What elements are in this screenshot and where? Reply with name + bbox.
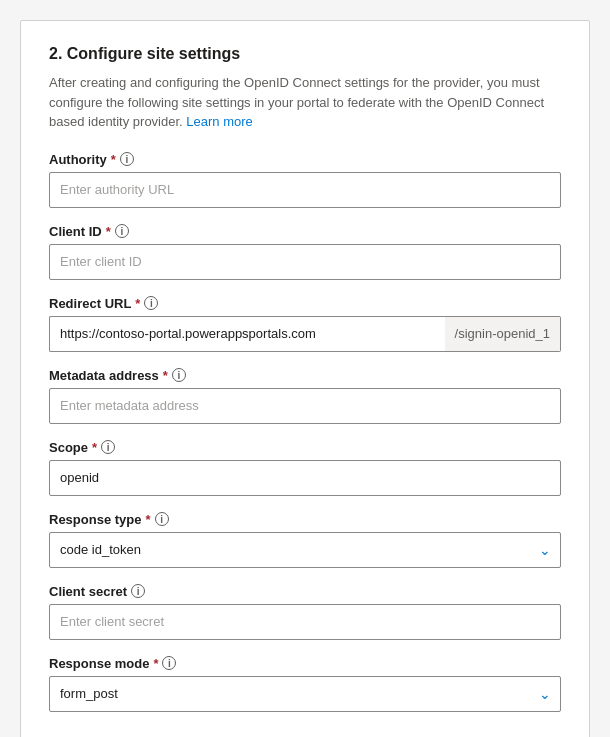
scope-label: Scope * i: [49, 440, 561, 455]
scope-required: *: [92, 440, 97, 455]
metadata-address-field-group: Metadata address * i: [49, 368, 561, 424]
metadata-address-required: *: [163, 368, 168, 383]
metadata-address-info-icon[interactable]: i: [172, 368, 186, 382]
client-id-info-icon[interactable]: i: [115, 224, 129, 238]
redirect-url-required: *: [135, 296, 140, 311]
redirect-url-suffix: /signin-openid_1: [445, 316, 561, 352]
client-id-label: Client ID * i: [49, 224, 561, 239]
client-id-input[interactable]: [49, 244, 561, 280]
response-type-info-icon[interactable]: i: [155, 512, 169, 526]
redirect-url-label: Redirect URL * i: [49, 296, 561, 311]
scope-field-group: Scope * i: [49, 440, 561, 496]
response-mode-info-icon[interactable]: i: [162, 656, 176, 670]
response-type-required: *: [145, 512, 150, 527]
response-mode-field-group: Response mode * i form_post query fragme…: [49, 656, 561, 712]
configure-site-settings-card: 2. Configure site settings After creatin…: [20, 20, 590, 737]
authority-label: Authority * i: [49, 152, 561, 167]
response-type-select-container: code id_token code id_token token ⌄: [49, 532, 561, 568]
authority-field-group: Authority * i: [49, 152, 561, 208]
section-description: After creating and configuring the OpenI…: [49, 73, 561, 132]
response-mode-select[interactable]: form_post query fragment: [49, 676, 561, 712]
learn-more-link[interactable]: Learn more: [186, 114, 252, 129]
client-id-field-group: Client ID * i: [49, 224, 561, 280]
scope-info-icon[interactable]: i: [101, 440, 115, 454]
response-mode-required: *: [153, 656, 158, 671]
redirect-url-info-icon[interactable]: i: [144, 296, 158, 310]
client-secret-field-group: Client secret i: [49, 584, 561, 640]
redirect-url-field-group: Redirect URL * i /signin-openid_1: [49, 296, 561, 352]
authority-input[interactable]: [49, 172, 561, 208]
authority-required: *: [111, 152, 116, 167]
authority-info-icon[interactable]: i: [120, 152, 134, 166]
response-mode-select-container: form_post query fragment ⌄: [49, 676, 561, 712]
redirect-url-row: /signin-openid_1: [49, 316, 561, 352]
redirect-url-input[interactable]: [49, 316, 445, 352]
metadata-address-input[interactable]: [49, 388, 561, 424]
response-type-field-group: Response type * i code id_token code id_…: [49, 512, 561, 568]
response-type-label: Response type * i: [49, 512, 561, 527]
client-id-required: *: [106, 224, 111, 239]
scope-input[interactable]: [49, 460, 561, 496]
response-type-select[interactable]: code id_token code id_token token: [49, 532, 561, 568]
description-text: After creating and configuring the OpenI…: [49, 75, 544, 129]
client-secret-label: Client secret i: [49, 584, 561, 599]
section-title: 2. Configure site settings: [49, 45, 561, 63]
metadata-address-label: Metadata address * i: [49, 368, 561, 383]
client-secret-info-icon[interactable]: i: [131, 584, 145, 598]
response-mode-label: Response mode * i: [49, 656, 561, 671]
client-secret-input[interactable]: [49, 604, 561, 640]
